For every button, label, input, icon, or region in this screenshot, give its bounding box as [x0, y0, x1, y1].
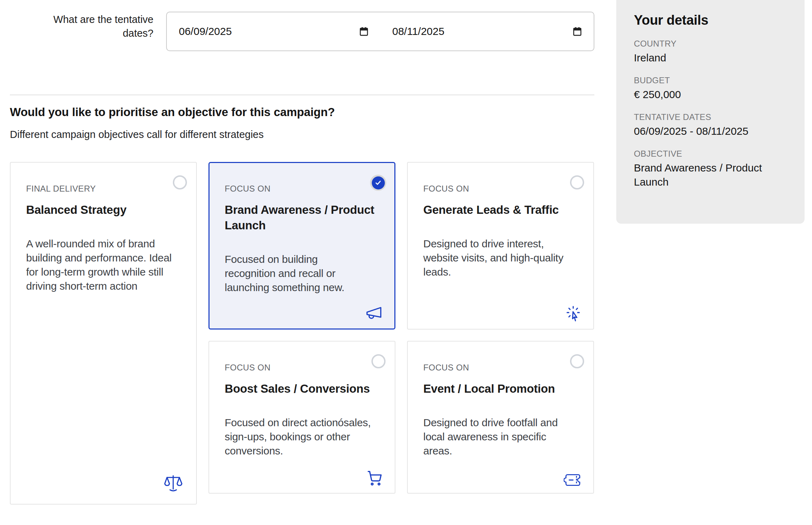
date-range-picker: 06/09/2025 08/11/2025 — [166, 12, 594, 51]
calendar-icon[interactable] — [358, 26, 369, 37]
detail-value: Brand Awareness / Product Launch — [634, 161, 787, 189]
detail-value: Ireland — [634, 51, 787, 65]
card-description: Designed to drive footfall and local awa… — [423, 416, 578, 458]
detail-label: OBJECTIVE — [634, 149, 787, 159]
objective-section-subheading: Different campaign objectives call for d… — [10, 129, 263, 140]
card-eyebrow: FOCUS ON — [225, 184, 379, 194]
scales-icon — [162, 473, 184, 493]
radio-unchecked-icon[interactable] — [371, 354, 386, 368]
objective-cards-grid: FINAL DELIVERY Balanced Strategy A well-… — [10, 162, 594, 505]
campaign-setup-page: What are the tentative dates? 06/09/2025… — [0, 0, 812, 525]
tentative-dates-question: What are the tentative dates? — [35, 13, 153, 40]
detail-label: COUNTRY — [634, 38, 787, 49]
detail-budget: BUDGET € 250,000 — [634, 75, 787, 102]
card-description: Focused on building recognition and reca… — [225, 252, 350, 295]
card-eyebrow: FINAL DELIVERY — [26, 184, 181, 194]
radio-checked-icon[interactable] — [370, 175, 386, 191]
card-description: Focused on direct actionósales, sign-ups… — [225, 416, 377, 458]
end-date-input[interactable]: 08/11/2025 — [380, 12, 594, 50]
card-title: Boost Sales / Conversions — [225, 381, 379, 397]
card-eyebrow: FOCUS ON — [423, 184, 578, 194]
card-title: Event / Local Promotion — [423, 381, 578, 397]
start-date-value: 06/09/2025 — [179, 25, 232, 37]
ticket-icon — [564, 473, 582, 487]
section-divider — [10, 95, 594, 95]
radio-unchecked-icon[interactable] — [570, 175, 584, 189]
card-title: Generate Leads & Traffic — [423, 202, 578, 218]
card-eyebrow: FOCUS ON — [423, 363, 578, 373]
radio-unchecked-icon[interactable] — [570, 354, 584, 368]
card-title: Balanced Strategy — [26, 202, 181, 218]
check-icon — [374, 179, 382, 187]
cards-column-2: FOCUS ON Brand Awareness / Product Launc… — [208, 162, 395, 505]
objective-card-event-local[interactable]: FOCUS ON Event / Local Promotion Designe… — [407, 341, 594, 494]
card-description: Designed to drive interest, website visi… — [423, 237, 578, 279]
card-eyebrow: FOCUS ON — [225, 363, 379, 373]
your-details-panel: Your details COUNTRY Ireland BUDGET € 25… — [616, 0, 805, 224]
objective-section-heading: Would you like to prioritise an objectiv… — [10, 105, 335, 119]
card-description: A well-rounded mix of brand building and… — [26, 237, 174, 293]
end-date-value: 08/11/2025 — [392, 25, 444, 37]
cursor-click-icon — [564, 305, 582, 322]
sidebar-title: Your details — [634, 12, 787, 28]
detail-country: COUNTRY Ireland — [634, 38, 787, 65]
cart-icon — [366, 469, 383, 487]
cards-column-3: FOCUS ON Generate Leads & Traffic Design… — [407, 162, 594, 505]
detail-label: TENTATIVE DATES — [634, 112, 787, 122]
calendar-icon[interactable] — [572, 26, 583, 37]
detail-objective: OBJECTIVE Brand Awareness / Product Laun… — [634, 149, 787, 189]
card-title: Brand Awareness / Product Launch — [225, 202, 379, 233]
megaphone-icon — [365, 304, 383, 322]
objective-card-generate-leads[interactable]: FOCUS ON Generate Leads & Traffic Design… — [407, 162, 594, 330]
cards-column-1: FINAL DELIVERY Balanced Strategy A well-… — [10, 162, 197, 505]
start-date-input[interactable]: 06/09/2025 — [167, 12, 380, 50]
radio-unchecked-icon[interactable] — [173, 175, 187, 189]
objective-card-brand-awareness[interactable]: FOCUS ON Brand Awareness / Product Launc… — [208, 162, 395, 330]
objective-card-balanced-strategy[interactable]: FINAL DELIVERY Balanced Strategy A well-… — [10, 162, 197, 505]
detail-value: 06/09/2025 - 08/11/2025 — [634, 124, 787, 138]
detail-tentative-dates: TENTATIVE DATES 06/09/2025 - 08/11/2025 — [634, 112, 787, 138]
detail-label: BUDGET — [634, 75, 787, 86]
detail-value: € 250,000 — [634, 88, 787, 102]
objective-card-boost-sales[interactable]: FOCUS ON Boost Sales / Conversions Focus… — [208, 341, 395, 494]
